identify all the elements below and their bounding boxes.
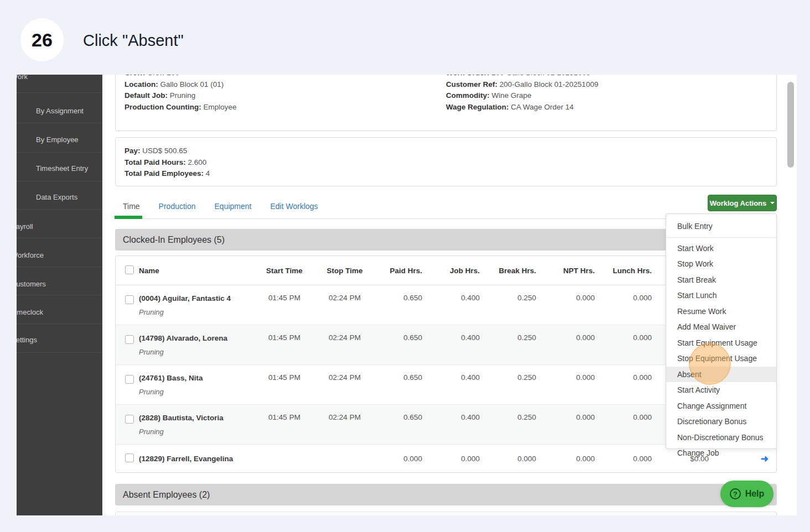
detail-label: Location: (124, 80, 158, 88)
employee-name-cell: (2828) Bautista, VictoriaPruning (139, 405, 254, 444)
sidebar-divider (17, 92, 102, 93)
tab-edit-worklogs[interactable]: Edit Worklogs (270, 202, 318, 211)
detail-value: CA Wage Order 14 (511, 103, 574, 111)
column-header-job-hrs: Job Hrs. (432, 267, 490, 275)
row-checkbox-cell (116, 445, 139, 473)
menu-item-change-job[interactable]: Change Job (666, 445, 776, 461)
row-checkbox[interactable] (125, 415, 134, 424)
menu-item-start-activity[interactable]: Start Activity (666, 382, 776, 398)
cell-break-hrs: 0.000 (490, 445, 546, 473)
active-tab-underline (115, 216, 142, 219)
tab-production[interactable]: Production (159, 202, 196, 211)
cell-job-hrs: 0.400 (432, 285, 490, 325)
employee-name-cell: (24761) Bass, NitaPruning (139, 365, 254, 404)
employee-job: Pruning (139, 427, 254, 436)
absent-employees-title: Absent Employees (2) (123, 490, 210, 500)
detail-value: Pruning (170, 91, 196, 100)
menu-item-bulk-entry[interactable]: Bulk Entry (666, 218, 776, 234)
detail-label: Work Order: (446, 75, 490, 77)
detail-label: Default Job: (124, 91, 168, 100)
worklog-actions-label: Worklog Actions (710, 199, 767, 207)
worklog-actions-button[interactable]: Worklog Actions (708, 195, 777, 211)
sidebar-item-workforce[interactable]: Workforce (17, 251, 44, 259)
sidebar-item-timesheet-entry[interactable]: Timesheet Entry (36, 164, 88, 173)
row-checkbox[interactable] (125, 375, 134, 384)
detail-line-work-order: Work Order: 200-Gallo Block 01-20251009 (446, 75, 598, 79)
select-all-checkbox[interactable] (125, 265, 134, 274)
work-details-right-column: Work Order: 200-Gallo Block 01-20251009C… (446, 75, 598, 113)
employee-name: (24761) Bass, Nita (139, 374, 254, 382)
help-button[interactable]: ? Help (720, 481, 773, 507)
cell-stop: 02:24 PM (315, 285, 375, 325)
question-mark-icon: ? (730, 488, 741, 499)
menu-item-non-discretionary-bonus[interactable]: Non-Discretionary Bonus (666, 430, 776, 446)
column-header-stop-time: Stop Time (315, 267, 375, 275)
sidebar-item-by-employee[interactable]: By Employee (36, 135, 79, 144)
sidebar-item-work[interactable]: Work (17, 75, 28, 81)
detail-value: 4 (206, 169, 210, 178)
menu-item-resume-work[interactable]: Resume Work (666, 304, 776, 320)
app-window: WorkBy AssignmentBy EmployeeTimesheet En… (17, 75, 797, 515)
sidebar-divider (17, 352, 102, 353)
sidebar-item-payroll[interactable]: Payroll (17, 222, 33, 231)
menu-item-discretionary-bonus[interactable]: Discretionary Bonus (666, 414, 776, 430)
employee-name-cell: (12829) Farrell, Evangelina (139, 445, 254, 473)
menu-item-start-break[interactable]: Start Break (666, 272, 776, 288)
sidebar-item-by-assignment[interactable]: By Assignment (36, 107, 84, 115)
detail-label: Wage Regulation: (446, 103, 509, 111)
cell-npt-hrs: 0.000 (546, 405, 605, 444)
scrollbar-thumb[interactable] (787, 82, 794, 168)
menu-divider (666, 237, 776, 238)
cell-job-hrs: 0.000 (432, 445, 490, 473)
employee-name: (2828) Bautista, Victoria (139, 414, 254, 422)
cell-job-hrs: 0.400 (432, 405, 490, 444)
row-checkbox[interactable] (125, 453, 134, 462)
tab-time[interactable]: Time (123, 202, 140, 211)
cell-paid: 0.650 (375, 405, 432, 444)
cell-lunch-hrs: 0.000 (605, 285, 662, 325)
menu-item-add-meal-waiver[interactable]: Add Meal Waiver (666, 319, 776, 335)
row-checkbox[interactable] (125, 335, 134, 344)
pay-summary-panel: Pay: USD$ 500.65Total Paid Hours: 2.600T… (115, 137, 777, 186)
row-checkbox[interactable] (125, 295, 134, 304)
menu-item-start-lunch[interactable]: Start Lunch (666, 288, 776, 304)
cell-start (254, 445, 315, 473)
menu-item-change-assignment[interactable]: Change Assignment (666, 398, 776, 414)
row-checkbox-cell (116, 405, 139, 444)
cell-start: 01:45 PM (254, 285, 315, 325)
detail-value: 2.600 (188, 158, 207, 166)
sidebar-item-customers[interactable]: Customers (17, 280, 46, 288)
detail-value: Gallo Block 01 (01) (160, 80, 224, 88)
menu-item-stop-work[interactable]: Stop Work (666, 256, 776, 272)
tab-equipment[interactable]: Equipment (215, 202, 252, 211)
menu-item-start-equipment-usage[interactable]: Start Equipment Usage (666, 335, 776, 351)
cell-break-hrs: 0.250 (490, 365, 546, 404)
detail-line-commodity: Commodity: Wine Grape (446, 90, 598, 102)
menu-item-absent[interactable]: Absent (666, 367, 776, 383)
detail-line-pay: Pay: USD$ 500.65 (124, 145, 776, 157)
pay-summary-rows: Pay: USD$ 500.65Total Paid Hours: 2.600T… (124, 145, 776, 180)
detail-label: Total Paid Hours: (124, 158, 186, 166)
cell-break-hrs: 0.250 (490, 285, 546, 325)
help-label: Help (745, 489, 765, 499)
sidebar-item-settings[interactable]: Settings (17, 336, 37, 344)
detail-line-total-paid-hours: Total Paid Hours: 2.600 (124, 157, 776, 169)
cell-break-hrs: 0.250 (490, 325, 546, 364)
cell-lunch-hrs: 0.000 (605, 365, 662, 404)
sidebar-item-timeclock[interactable]: Timeclock (17, 308, 43, 316)
sidebar-item-data-exports[interactable]: Data Exports (36, 193, 77, 201)
menu-item-start-work[interactable]: Start Work (666, 241, 776, 257)
detail-value: Employee (203, 103, 236, 111)
cell-npt-hrs: 0.000 (546, 445, 605, 473)
detail-value: 200-Gallo Block 01-20251009 (500, 80, 599, 88)
menu-item-stop-equipment-usage[interactable]: Stop Equipment Usage (666, 351, 776, 367)
cell-paid: 0.650 (375, 365, 432, 404)
cell-stop: 02:24 PM (315, 405, 375, 444)
detail-label: Total Paid Employees: (124, 169, 204, 178)
column-header-paid-hrs: Paid Hrs. (375, 267, 432, 275)
clocked-in-employees-title: Clocked-In Employees (5) (123, 235, 225, 245)
work-details-panel: Crew: Crew 200Location: Gallo Block 01 (… (115, 75, 777, 131)
employee-job: Pruning (139, 348, 254, 356)
employee-name: (12829) Farrell, Evangelina (139, 455, 254, 463)
cell-stop: 02:24 PM (315, 365, 375, 404)
